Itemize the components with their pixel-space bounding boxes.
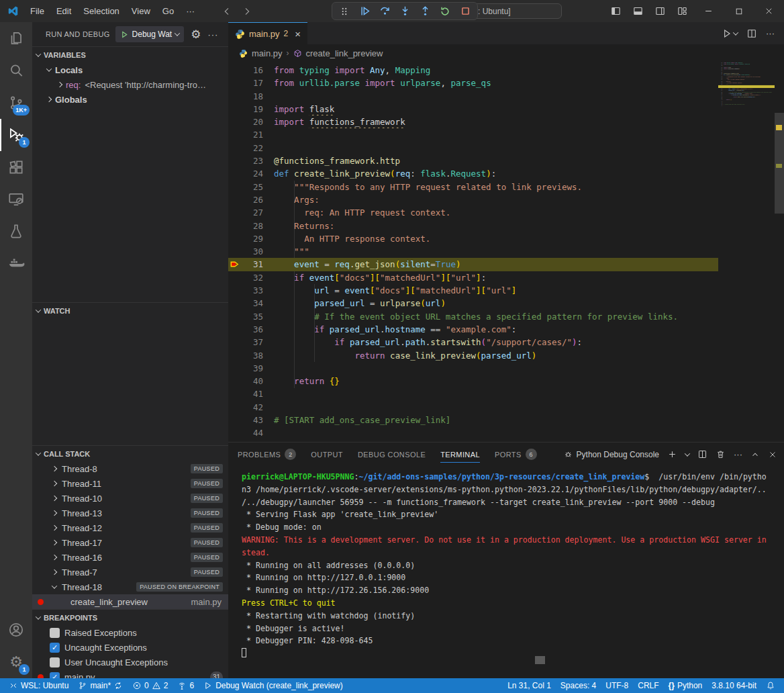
- variable-req-item[interactable]: req: <Request 'http://charming-tro…: [32, 77, 228, 92]
- step-into-icon[interactable]: [395, 3, 415, 19]
- debug-settings-gear-icon[interactable]: ⚙: [191, 29, 201, 40]
- variables-header[interactable]: VARIABLES: [32, 47, 228, 62]
- gutter-glyph-margin[interactable]: [228, 310, 240, 323]
- editor-scrollbar[interactable]: [775, 62, 784, 442]
- checkbox[interactable]: [50, 628, 60, 638]
- gutter-glyph-margin[interactable]: [228, 116, 240, 128]
- gutter-glyph-margin[interactable]: [228, 414, 240, 426]
- code-line[interactable]: 43# [START add_ons_case_preview_link]: [228, 414, 718, 426]
- status-debug-status[interactable]: Debug Watch (create_link_preview): [199, 678, 348, 693]
- code-line[interactable]: 31 event = req.get_json(silent=True): [228, 258, 718, 271]
- code-editor[interactable]: 16from typing import Any, Mapping17from …: [228, 62, 784, 442]
- status-notifications[interactable]: [761, 678, 780, 693]
- code-line[interactable]: 24def create_link_preview(req: flask.Req…: [228, 167, 718, 180]
- gutter-glyph-margin[interactable]: [228, 426, 240, 439]
- sidebar-more-icon[interactable]: ···: [207, 30, 218, 40]
- menu-file[interactable]: File: [24, 0, 50, 22]
- gutter-glyph-margin[interactable]: [228, 77, 240, 89]
- status-encoding[interactable]: UTF-8: [601, 678, 633, 693]
- code-line[interactable]: 44: [718, 105, 775, 107]
- maximize-panel-icon[interactable]: [750, 450, 760, 459]
- gutter-glyph-margin[interactable]: [228, 181, 240, 193]
- menu-selection[interactable]: Selection: [77, 0, 125, 22]
- customize-layout-icon[interactable]: [671, 0, 693, 22]
- status-forwarded-ports[interactable]: 6: [173, 678, 199, 693]
- menu-edit[interactable]: Edit: [50, 0, 77, 22]
- code-line[interactable]: 28 Returns:: [228, 220, 718, 232]
- code-line[interactable]: 42: [228, 401, 718, 414]
- checkbox[interactable]: ✓: [50, 643, 60, 653]
- code-line[interactable]: 25 """Responds to any HTTP request relat…: [228, 181, 718, 193]
- stop-icon[interactable]: [455, 3, 475, 19]
- code-line[interactable]: 37 if parsed_url.path.startswith("/suppo…: [228, 336, 718, 349]
- activity-item-accounts[interactable]: [0, 614, 32, 646]
- step-out-icon[interactable]: [415, 3, 435, 19]
- status-problems[interactable]: 02: [128, 678, 173, 693]
- gutter-glyph-margin[interactable]: [228, 375, 240, 387]
- panel-tab-debug-console[interactable]: DEBUG CONSOLE: [358, 443, 426, 466]
- toggle-panel-icon[interactable]: [627, 0, 649, 22]
- thread-row[interactable]: Thread-8PAUSED: [32, 461, 228, 476]
- code-line[interactable]: 29 An HTTP response context.: [228, 232, 718, 245]
- breakpoint-row[interactable]: Raised Exceptions: [32, 625, 228, 640]
- close-button[interactable]: [754, 0, 784, 22]
- tab-main-py[interactable]: main.py 2 ×: [228, 22, 307, 44]
- gutter-glyph-margin[interactable]: [228, 297, 240, 310]
- code-line[interactable]: 40 return {}: [228, 375, 718, 387]
- panel-tab-output[interactable]: OUTPUT: [311, 443, 343, 466]
- gutter-glyph-margin[interactable]: [228, 323, 240, 336]
- debug-config-dropdown[interactable]: Debug Wat: [115, 26, 185, 42]
- status-eol[interactable]: CRLF: [633, 678, 663, 693]
- activity-item-search[interactable]: [0, 54, 32, 87]
- editor-more-actions-icon[interactable]: ···: [766, 28, 775, 38]
- panel-tab-terminal[interactable]: TERMINAL: [440, 443, 480, 466]
- close-panel-icon[interactable]: [768, 450, 777, 459]
- watch-header[interactable]: WATCH: [32, 303, 228, 318]
- tab-close-icon[interactable]: ×: [295, 28, 301, 40]
- gutter-glyph-margin[interactable]: [228, 387, 240, 400]
- code-line[interactable]: 27 req: An HTTP request context.: [228, 206, 718, 219]
- activity-item-explorer[interactable]: [0, 22, 32, 54]
- activity-item-run-and-debug[interactable]: 1: [0, 119, 32, 151]
- breakpoints-header[interactable]: BREAKPOINTS: [32, 610, 228, 625]
- gutter-glyph-margin[interactable]: [228, 142, 240, 154]
- code-line[interactable]: 30 """: [228, 245, 718, 258]
- menu-view[interactable]: View: [126, 0, 156, 22]
- terminal-dropdown-icon[interactable]: [685, 451, 690, 456]
- code-line[interactable]: 38 return case_link_preview(parsed_url): [228, 349, 718, 362]
- thread-row[interactable]: Thread-7PAUSED: [32, 565, 228, 580]
- terminal-scrollbar-thumb[interactable]: [535, 656, 545, 664]
- status-language-mode[interactable]: {}Python: [664, 678, 707, 693]
- activity-item-remote-explorer[interactable]: [0, 183, 32, 216]
- checkbox[interactable]: [50, 657, 60, 667]
- code-line[interactable]: 17from urllib.parse import urlparse, par…: [228, 77, 718, 89]
- toggle-secondary-sidebar-icon[interactable]: [649, 0, 671, 22]
- gutter-glyph-margin[interactable]: [228, 284, 240, 297]
- gutter-glyph-margin[interactable]: [228, 90, 240, 103]
- code-line[interactable]: 41: [228, 387, 718, 400]
- maximize-button[interactable]: [724, 0, 754, 22]
- breakpoint-row[interactable]: ✓main.py31: [32, 669, 228, 678]
- gutter-glyph-margin[interactable]: [228, 64, 240, 77]
- thread-row[interactable]: Thread-16PAUSED: [32, 550, 228, 565]
- terminal-instance-label[interactable]: Python Debug Console: [563, 449, 659, 459]
- kill-terminal-icon[interactable]: [716, 449, 726, 459]
- breadcrumb-symbol[interactable]: create_link_preview: [306, 48, 383, 58]
- gutter-glyph-margin[interactable]: [228, 362, 240, 375]
- minimize-button[interactable]: [693, 0, 724, 22]
- split-terminal-icon[interactable]: [697, 449, 707, 459]
- code-line[interactable]: 18: [228, 90, 718, 103]
- gutter-glyph-margin[interactable]: [228, 349, 240, 362]
- gutter-glyph-margin[interactable]: [228, 245, 240, 258]
- locals-tree-item[interactable]: Locals: [32, 62, 228, 77]
- gutter-glyph-margin[interactable]: [228, 128, 240, 141]
- code-line[interactable]: 44: [228, 426, 718, 439]
- code-line[interactable]: 22: [228, 142, 718, 154]
- gutter-glyph-margin[interactable]: [228, 193, 240, 206]
- activity-item-docker[interactable]: [0, 248, 32, 280]
- code-line[interactable]: 21: [228, 128, 718, 141]
- toggle-sidebar-icon[interactable]: [605, 0, 627, 22]
- activity-item-testing[interactable]: [0, 216, 32, 248]
- breadcrumb-file[interactable]: main.py: [252, 48, 283, 58]
- code-line[interactable]: 35 # If the event object URL matches a s…: [228, 310, 718, 323]
